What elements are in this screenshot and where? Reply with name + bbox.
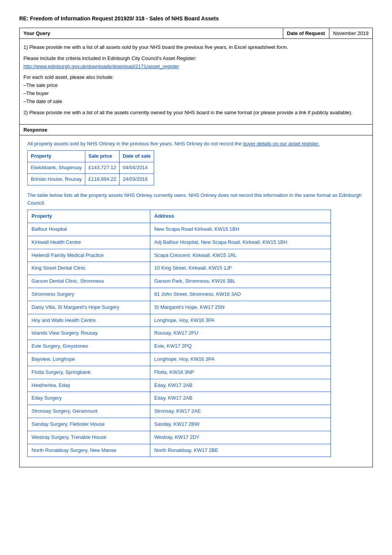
table-row: Evie Surgery, GreystonesEvie, KW17 2PQ [28, 340, 331, 353]
table-row: Sanday Surgery, Flebister HouseSanday, K… [28, 418, 331, 431]
query-para-1: 1) Please provide me with a list of all … [23, 43, 369, 52]
table-row: Stronsay Surgery, GeramountStronsay, KW1… [28, 405, 331, 418]
sold-table-header-sale-price: Sale price [85, 151, 119, 162]
table-row: Elwickbank, Shapinsay£143,727.1204/04/20… [28, 162, 154, 173]
sold-table-header-property: Property [28, 151, 85, 162]
current-table-header-address: Address [150, 210, 331, 223]
table-row: Flotta Surgery, SpringbankFlotta, KW16 3… [28, 366, 331, 379]
response-item-1-intro: All property assets sold by NHS Orkney i… [27, 140, 365, 148]
response-item-2-intro: The table below lists all the property a… [27, 192, 365, 208]
table-row: Hoy and Walls Health CentreLonghope, Hoy… [28, 314, 331, 327]
response-body: All property assets sold by NHS Orkney i… [20, 135, 372, 467]
table-row: Daisy Villa, St Margaret's Hope SurgeryS… [28, 301, 331, 314]
table-row: Bayview, LonghopeLonghope, Hoy, KW16 3PA [28, 353, 331, 366]
table-row: Brinian House, Rousay£118,894.2224/03/20… [28, 173, 154, 185]
table-row: Garson Dental Clinic, StromnessGarson Pa… [28, 275, 331, 288]
current-table-header-property: Property [28, 210, 150, 223]
date-of-request-label: Date of Request [283, 28, 329, 38]
page-title: RE: Freedom of Information Request 20192… [19, 15, 373, 22]
response-box: Response All property assets sold by NHS… [19, 125, 373, 467]
table-row: Islands View Surgery, RousayRousay, KW17… [28, 327, 331, 340]
sold-assets-table: Property Sale price Date of sale Elwickb… [27, 150, 154, 185]
response-list: All property assets sold by NHS Orkney i… [27, 140, 365, 457]
current-assets-table: Property Address Balfour HospitalNew Sca… [27, 210, 331, 457]
response-item-1: All property assets sold by NHS Orkney i… [27, 140, 365, 185]
table-row: Kirkwall Health CentreAdj Balfour Hospit… [28, 236, 331, 249]
table-row: Stromness Surgery81 John Street, Stromne… [28, 288, 331, 301]
table-row: Heilendi Family Medical PracticeScapa Cr… [28, 249, 331, 262]
response-header: Response [20, 125, 372, 135]
your-query-label: Your Query [20, 28, 283, 38]
query-para-3: For each sold asset, please also include… [23, 73, 369, 105]
sold-table-header-date-of-sale: Date of sale [120, 151, 154, 162]
table-row: Westray Surgery, Trenabie HouseWestray, … [28, 431, 331, 444]
table-row: King Street Dental Clinic10 King Street,… [28, 262, 331, 275]
query-body: 1) Please provide me with a list of all … [20, 39, 372, 124]
query-header: Your Query Date of Request November 2019 [20, 28, 372, 39]
date-of-request-value: November 2019 [329, 28, 373, 38]
table-row: North Ronaldsay Surgery, New ManseNorth … [28, 444, 331, 457]
table-row: Heatherlea, EdayEday, KW17 2AB [28, 379, 331, 392]
query-para-4: 2) Please provide me with a list of all … [23, 109, 369, 117]
table-row: Eday SurgeryEday, KW17 2AB [28, 392, 331, 405]
query-para-2: Please include the criteria included in … [23, 55, 369, 71]
query-box: Your Query Date of Request November 2019… [19, 28, 373, 125]
response-item-2: The table below lists all the property a… [27, 192, 365, 457]
table-row: Balfour HospitalNew Scapa Road Kirkwall,… [28, 223, 331, 236]
asset-register-link[interactable]: http://www.edinburgh.gov.uk/downloads/do… [23, 63, 179, 69]
